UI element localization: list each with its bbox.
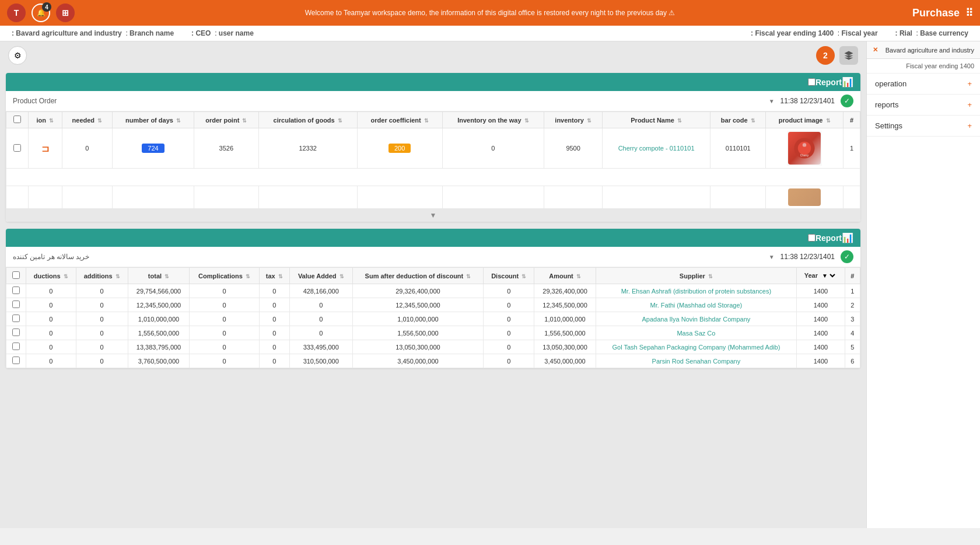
row-additions: 0	[76, 312, 128, 326]
row-additions: 0	[76, 284, 128, 298]
col-inventory: inventory ⇅	[544, 112, 603, 128]
row-tax: 0	[259, 284, 289, 298]
row-checkbox	[6, 326, 26, 340]
col-total: total ⇅	[128, 268, 190, 284]
row-year: 1400	[797, 326, 845, 340]
col-num-2: #	[845, 268, 860, 284]
col-product-image: product image ⇅	[766, 112, 844, 128]
row-complications: 0	[190, 284, 260, 298]
table-row: 0 0 13,383,795,000 0 0 333,495,000 13,05…	[6, 340, 860, 354]
report-table-wrap-2: ductions ⇅ additions ⇅ total ⇅ Complicat…	[6, 267, 860, 368]
row-num: 5	[845, 340, 860, 354]
select-all-2[interactable]	[12, 271, 20, 279]
row-ductions: 0	[26, 340, 76, 354]
sidebar-item-operation[interactable]: + operation	[867, 74, 980, 95]
select-all-1[interactable]	[13, 116, 21, 123]
row-discount: 0	[484, 298, 534, 312]
fiscal-year-info: Fiscal year ending 1400 : Fiscal year :	[751, 29, 877, 37]
report-subtitle-2: خرید سالانه هر تامین کننده	[13, 253, 89, 261]
sidebar-item-label-operation: operation	[875, 79, 907, 88]
row-discount: 0	[484, 326, 534, 340]
row-tax: 0	[259, 312, 289, 326]
table-row: 0 0 1,010,000,000 0 0 0 1,010,000,000 0 …	[6, 312, 860, 326]
row-checkbox	[6, 284, 26, 298]
scroll-indicator-1[interactable]: ▼	[6, 209, 860, 222]
sidebar-company: Bavard agriculture and industry ✕	[867, 41, 980, 59]
col-product-name: Product Name ⇅	[602, 112, 710, 128]
sidebar-close-btn[interactable]: ✕	[873, 46, 878, 54]
dropdown-arrow-1[interactable]: ▼	[769, 98, 775, 104]
row-ductions: 0	[26, 284, 76, 298]
row-additions: 0	[76, 354, 128, 368]
row-discount: 0	[484, 312, 534, 326]
plus-icon-reports: +	[967, 100, 972, 109]
app-icon[interactable]: ⊞	[56, 4, 75, 22]
content-area: ⚙ 2 📊 Report ✓ 12/23/1401 11:38 ▼ Produc…	[0, 41, 866, 528]
report-checkbox-2[interactable]	[808, 234, 816, 242]
row-num: 6	[845, 354, 860, 368]
report-chart-icon-1: 📊	[842, 76, 853, 88]
year-filter[interactable]: ▼	[820, 272, 837, 280]
row-year: 1400	[797, 298, 845, 312]
row-order-coeff: 200	[357, 128, 442, 169]
report-sub-header-2: ✓ 12/23/1401 11:38 ▼ خرید سالانه هر تامی…	[6, 247, 860, 267]
col-ion: ion ⇅	[28, 112, 62, 128]
report-title-2: Report	[816, 233, 842, 243]
notification-button[interactable]: 2	[816, 46, 835, 65]
table-row: ⊐ 0 724 3526 12332 200 0 9500 Cherry com…	[6, 128, 860, 169]
user-avatar[interactable]: T	[7, 4, 26, 22]
gear-button[interactable]: ⚙	[8, 46, 27, 65]
report-checkbox-1[interactable]	[808, 78, 816, 86]
row-tax: 0	[259, 354, 289, 368]
report-table-wrap-1: ion ⇅ needed ⇅ number of days ⇅ order po…	[6, 111, 860, 209]
row-needed: 0	[62, 128, 112, 169]
report-timestamp-1: 12/23/1401 11:38	[780, 97, 835, 105]
row-checkbox	[6, 312, 26, 326]
row-supplier: Apadana Ilya Novin Bishdar Company	[596, 312, 796, 326]
row-supplier: Mr. Fathi (Mashhad old Storage)	[596, 298, 796, 312]
table-row: 0 0 29,754,566,000 0 0 428,166,000 29,32…	[6, 284, 860, 298]
row-checkbox	[6, 298, 26, 312]
row-num: 3	[845, 312, 860, 326]
row-sum-after: 12,345,500,000	[352, 298, 483, 312]
notice-text: Welcome to Teamyar workspace demo, the i…	[305, 9, 676, 17]
row-num: 1	[843, 128, 860, 169]
row-ductions: 0	[26, 298, 76, 312]
col-discount: Discount ⇅	[484, 268, 534, 284]
row-tax: 0	[259, 298, 289, 312]
row-days: 724	[112, 128, 194, 169]
table-row: 0 0 12,345,500,000 0 0 0 12,345,500,000 …	[6, 298, 860, 312]
row-amount: 3,450,000,000	[534, 354, 596, 368]
row-complications: 0	[190, 340, 260, 354]
report-table-1: ion ⇅ needed ⇅ number of days ⇅ order po…	[6, 111, 860, 209]
table-row-empty	[6, 169, 860, 186]
base-currency-info: Rial : Base currency :	[895, 29, 968, 37]
row-product-name: Cherry compote - 0110101	[602, 128, 710, 169]
sidebar-company-name: Bavard agriculture and industry	[886, 47, 974, 54]
sidebar-item-label-reports: reports	[875, 100, 898, 109]
row-inv-way: 0	[442, 128, 544, 169]
plus-icon-settings: +	[967, 121, 972, 130]
toolbar-right: 2	[816, 46, 858, 65]
dropdown-arrow-2[interactable]: ▼	[769, 254, 775, 260]
row-checkbox	[6, 340, 26, 354]
content-toolbar: ⚙ 2	[0, 41, 866, 69]
col-inventory-on-way: Inventory on the way ⇅	[442, 112, 544, 128]
notification-badge[interactable]: 🔔 4	[32, 4, 50, 22]
svg-text:Cherry: Cherry	[800, 154, 809, 157]
report-table-2: ductions ⇅ additions ⇅ total ⇅ Complicat…	[6, 267, 860, 368]
sidebar-item-reports[interactable]: + reports	[867, 95, 980, 116]
grid-icon: ⠿	[965, 6, 973, 19]
table-row: 0 0 3,760,500,000 0 0 310,500,000 3,450,…	[6, 354, 860, 368]
report-header-1: 📊 Report	[6, 73, 860, 91]
col-supplier: Supplier ⇅	[596, 268, 796, 284]
row-additions: 0	[76, 298, 128, 312]
cube-button[interactable]	[839, 46, 858, 65]
row-num: 2	[845, 298, 860, 312]
right-sidebar: Bavard agriculture and industry ✕ Fiscal…	[866, 41, 980, 528]
row-supplier: Parsin Rod Senahan Company	[596, 354, 796, 368]
row-sum-after: 1,010,000,000	[352, 312, 483, 326]
sidebar-item-settings[interactable]: + Settings	[867, 116, 980, 137]
report-timestamp-2: 12/23/1401 11:38	[780, 253, 835, 261]
col-circulation-goods: circulation of goods ⇅	[258, 112, 357, 128]
